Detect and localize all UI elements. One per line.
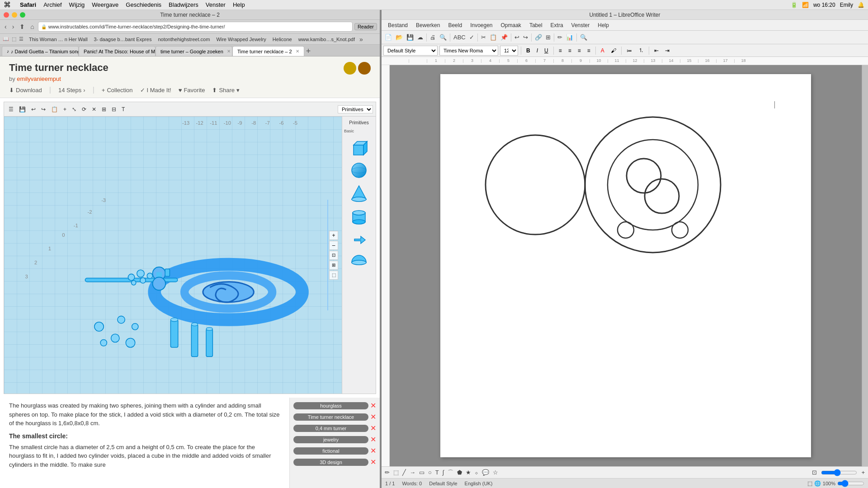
bookmark-4[interactable]: Wire Wrapped Jewelry [213, 36, 269, 43]
lo-menu-help[interactable]: Help [594, 21, 613, 29]
back-button[interactable]: ‹ [3, 22, 9, 31]
lo-print[interactable]: 🖨 [429, 33, 437, 42]
download-button[interactable]: ⬇ Download [9, 87, 42, 94]
lo-flowchart[interactable]: ⬦ [473, 468, 480, 477]
tab-1[interactable]: ♪ ♪ David Guetta – Titanium songte… ✕ [2, 46, 79, 56]
share-button[interactable]: ⬆ [18, 22, 27, 31]
lo-ellipse[interactable]: ○ [427, 468, 433, 477]
sidebar-icon[interactable]: ☰ [19, 36, 24, 42]
tab-2[interactable]: Panic! At The Disco: House of Mem… ✕ [79, 46, 156, 56]
highlight-color[interactable]: 🖌 [609, 47, 618, 55]
menu-geschiedenis[interactable]: Geschiedenis [126, 1, 161, 8]
lo-curve[interactable]: ∫ [441, 468, 446, 477]
lo-open[interactable]: 📂 [394, 33, 404, 42]
cone-shape[interactable] [349, 183, 369, 203]
lo-stars[interactable]: ☆ [491, 468, 500, 477]
font-dropdown[interactable]: Times New Roma [439, 46, 498, 56]
lo-print-preview[interactable]: 🔍 [438, 33, 448, 42]
lo-callouts[interactable]: 💬 [481, 468, 491, 477]
indent-more[interactable]: ⇥ [663, 47, 672, 55]
bookmarks-toggle[interactable]: 📖 [3, 36, 9, 42]
steps-button[interactable]: 14 Steps › [58, 87, 85, 94]
menu-venster[interactable]: Venster [206, 1, 226, 8]
tag-04mm-remove[interactable]: ✕ [370, 424, 376, 432]
lo-shapes[interactable]: ⬚ [392, 468, 400, 477]
lo-hyperlink[interactable]: 🔗 [533, 33, 543, 42]
tab-4[interactable]: Time turner necklace – 2 ✕ [232, 46, 304, 56]
zoom-in[interactable]: + [329, 231, 338, 240]
lo-redo[interactable]: ↪ [522, 33, 529, 42]
tag-hourglass-remove[interactable]: ✕ [370, 401, 376, 410]
bold-button[interactable]: B [524, 47, 533, 55]
favorite-button[interactable]: ♥ Favorite [179, 87, 205, 94]
i-made-it-button[interactable]: ✓ I Made It! [140, 87, 171, 94]
ungroup-icon[interactable]: ⊟ [110, 105, 118, 113]
lo-copy[interactable]: 📋 [488, 33, 498, 42]
lo-table[interactable]: ⊞ [544, 33, 552, 42]
zoom-fit[interactable]: ⊡ [329, 251, 338, 260]
delete-icon[interactable]: ✕ [90, 105, 98, 113]
lo-draw-mode[interactable]: ✏ [383, 468, 391, 477]
lo-zoom-in[interactable]: + [860, 468, 866, 477]
menu-weergave[interactable]: Weergave [92, 1, 118, 8]
menu-icon[interactable]: ☰ [7, 105, 15, 113]
align-left[interactable]: ≡ [557, 47, 564, 55]
bookmark-1[interactable]: This Woman … n Her Wall [26, 36, 90, 43]
bookmark-2[interactable]: 3- daagse b…bant Expres [91, 36, 155, 43]
author-link[interactable]: emilyvanieemput [17, 75, 61, 82]
primitives-dropdown[interactable]: Primitives [338, 105, 373, 113]
lo-autocorrect[interactable]: ✓ [468, 33, 476, 42]
bookmark-5[interactable]: Helicone [270, 36, 295, 43]
share-button[interactable]: ⬆ Share ▾ [212, 87, 240, 94]
window-maximize[interactable] [20, 12, 25, 18]
tag-fictional-remove[interactable]: ✕ [370, 446, 376, 455]
bookmarks-more[interactable]: » [359, 36, 363, 43]
sphere-shape[interactable] [349, 160, 369, 180]
menu-help[interactable]: Help [233, 1, 245, 8]
lo-find[interactable]: 🔍 [579, 33, 589, 42]
view-web[interactable]: 🌐 [814, 480, 821, 487]
resize-icon[interactable]: ⤡ [70, 105, 78, 113]
collection-button[interactable]: + Collection [102, 87, 133, 94]
lo-new[interactable]: 📄 [383, 33, 393, 42]
copy-icon[interactable]: 📋 [49, 105, 60, 113]
indent-less[interactable]: ⇤ [652, 47, 661, 55]
bullets[interactable]: ≔ [624, 47, 634, 55]
half-sphere-shape[interactable] [349, 251, 369, 271]
numbers[interactable]: ⒈ [636, 46, 646, 55]
home-button[interactable]: ⌂ [28, 22, 36, 31]
lo-paste[interactable]: 📌 [499, 33, 509, 42]
lo-undo[interactable]: ↩ [513, 33, 521, 42]
lo-spellcheck[interactable]: ABC [452, 33, 467, 42]
menu-bladwijzers[interactable]: Bladwijzers [169, 1, 198, 8]
cube-shape[interactable] [349, 138, 369, 158]
lo-save-remote[interactable]: ☁ [416, 33, 425, 42]
lo-scrollbar[interactable] [862, 65, 868, 466]
style-dropdown[interactable]: Default Style [383, 46, 438, 56]
tag-turner-necklace-remove[interactable]: ✕ [370, 413, 376, 421]
save-icon[interactable]: 💾 [17, 105, 28, 113]
perspective-toggle[interactable]: ⬚ [329, 271, 338, 280]
view-normal[interactable]: ⬚ [807, 480, 812, 487]
cylinder-shape[interactable] [349, 206, 369, 225]
lo-connectors[interactable]: ⌒ [446, 468, 455, 478]
lo-zoom-slider[interactable] [821, 469, 857, 476]
tab-3[interactable]: time turner – Google zoeken ✕ [156, 46, 232, 56]
underline-button[interactable]: U [542, 47, 551, 55]
font-color[interactable]: A [599, 47, 607, 55]
zoom-out[interactable]: – [329, 241, 338, 250]
lo-document-page[interactable] [440, 74, 811, 457]
apple-menu[interactable]: ⌘ [4, 0, 11, 9]
menu-safari[interactable]: Safari [20, 1, 36, 8]
arrow-shape[interactable] [349, 228, 369, 248]
lo-menu-invoegen[interactable]: Invoegen [467, 21, 496, 29]
lo-menu-bewerken[interactable]: Bewerken [412, 21, 443, 29]
lo-page-area[interactable] [390, 65, 862, 466]
window-close[interactable] [4, 12, 9, 18]
lo-cut[interactable]: ✂ [480, 33, 487, 42]
undo-icon[interactable]: ↩ [29, 105, 38, 113]
lo-draw[interactable]: ✏ [556, 33, 564, 42]
bookmark-6[interactable]: www.kamibo…s_Knot.pdf [296, 36, 358, 43]
lo-menu-tabel[interactable]: Tabel [526, 21, 546, 29]
forward-button[interactable]: › [10, 22, 16, 31]
